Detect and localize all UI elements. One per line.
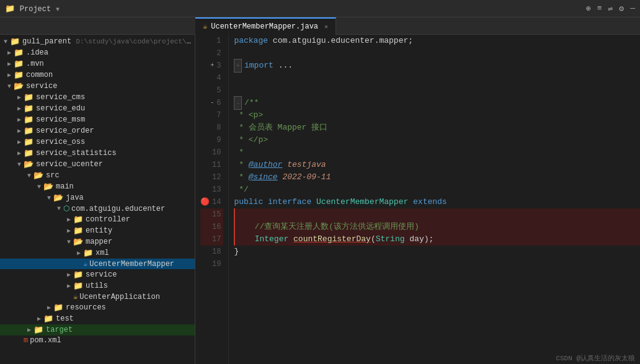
line-num-2: 2 (200, 47, 223, 60)
tree-item-service-edu[interactable]: ▶ 📁 service_edu (0, 103, 195, 114)
arrow-icon: ▶ (15, 94, 24, 101)
tree-item-pom-xml[interactable]: m pom.xml (0, 335, 195, 345)
tree-item-java[interactable]: ▼ 📂 java (0, 192, 195, 203)
token (235, 233, 254, 246)
arrow-icon: ▶ (15, 127, 24, 135)
token: /** (244, 97, 259, 109)
root-folder-icon: 📁 (10, 37, 20, 47)
xml-file-icon: m (24, 336, 28, 345)
tab-close-icon[interactable]: ✕ (324, 23, 328, 30)
arrow-icon: ▶ (5, 71, 14, 79)
minimize-icon[interactable]: — (630, 4, 635, 13)
package-icon: ⬡ (63, 204, 69, 213)
arrow-icon: ▶ (45, 304, 53, 311)
top-bar: 📁 Project ▼ ⊕ ≡ ⇌ ⚙ — (0, 0, 640, 17)
root-label: guli_parent D:\study\java\code\project\g… (22, 37, 195, 46)
token: Integer (255, 233, 293, 246)
tree-item-service-msm[interactable]: ▶ 📁 service_msm (0, 114, 195, 125)
token: package (234, 35, 272, 47)
tree-item-mapper[interactable]: ▼ 📂 mapper (0, 236, 195, 247)
tree-item-ucenter-member-mapper[interactable]: ☕ UcenterMemberMapper (0, 259, 195, 269)
arrow-open-icon: ▼ (15, 161, 24, 168)
item-label: com.atguigu.educenter (71, 205, 165, 213)
token: countRegisterDay (293, 233, 371, 246)
tree-item-entity[interactable]: ▶ 📁 entity (0, 225, 195, 236)
token: ( (371, 233, 376, 246)
tree-item-target[interactable]: ▶ 📁 target (0, 324, 195, 335)
code-editor[interactable]: 1 2 +3 4 5 -6 7 8 9 10 11 12 13 🔴14 15 1… (195, 35, 640, 364)
token: //查询某天注册人数(该方法供远程调用使用) (235, 221, 419, 233)
item-label: service_ucenter (36, 160, 103, 169)
token: com.atguigu.educenter.mapper (273, 35, 408, 47)
item-label: .idea (26, 48, 48, 57)
tree-item-mvn[interactable]: ▶ 📁 .mvn (0, 58, 195, 69)
arrow-icon: ▶ (15, 149, 24, 157)
token: ... (278, 60, 293, 72)
arrow-icon: ▶ (15, 138, 24, 146)
token: day (409, 233, 424, 246)
tree-item-test[interactable]: ▶ 📁 test (0, 313, 195, 324)
line-num-6: -6 (200, 97, 223, 109)
tree-item-ucenter-application[interactable]: ☕ UcenterApplication (0, 291, 195, 302)
token: * 会员表 Mapper 接口 (234, 122, 327, 134)
tree-item-common[interactable]: ▶ 📁 common (0, 69, 195, 81)
token: * (234, 146, 244, 159)
code-content: package com.atguigu.educenter.mapper; +i… (229, 35, 640, 364)
code-line-9: * </p> (234, 134, 640, 146)
item-label: service_order (36, 127, 94, 135)
code-line-19 (234, 258, 640, 270)
tree-item-idea[interactable]: ▶ 📁 .idea (0, 47, 195, 58)
code-line-12: * @since 2022-09-11 (234, 171, 640, 184)
tree-item-service-ucenter[interactable]: ▼ 📂 service_ucenter (0, 159, 195, 170)
folder-icon: 📁 (24, 115, 33, 125)
item-label: java (66, 193, 84, 202)
line-num-10: 10 (200, 146, 223, 159)
line-num-19: 19 (200, 258, 223, 270)
arrow-icon: ▶ (35, 315, 43, 322)
folder-icon: 📁 (33, 325, 43, 335)
tree-item-service-cms[interactable]: ▶ 📁 service_cms (0, 92, 195, 103)
folder-icon: 📁 (73, 270, 83, 280)
tree-item-package[interactable]: ▼ ⬡ com.atguigu.educenter (0, 203, 195, 214)
token: @author (249, 159, 283, 171)
sync-icon[interactable]: ⇌ (608, 4, 613, 14)
line-num-17: 17 (200, 233, 223, 246)
tree-item-service-oss[interactable]: ▶ 📁 service_oss (0, 136, 195, 148)
tree-item-service2[interactable]: ▶ 📁 service (0, 269, 195, 280)
code-line-15 (234, 208, 640, 221)
token: * <p> (234, 109, 263, 122)
tab-bar: ☕ UcenterMemberMapper.java ✕ (0, 17, 640, 35)
line-num-7: 7 (200, 109, 223, 122)
tree-item-xml[interactable]: ▶ 📁 xml (0, 247, 195, 259)
tree-item-src[interactable]: ▼ 📂 src (0, 170, 195, 181)
tree-item-resources[interactable]: ▶ 📁 resources (0, 302, 195, 313)
tree-item-utils[interactable]: ▶ 📁 utils (0, 280, 195, 291)
tab-ucenter-member-mapper[interactable]: ☕ UcenterMemberMapper.java ✕ (195, 17, 336, 35)
watermark: CSDN @认真生活的灰太狼 (551, 352, 640, 364)
add-icon[interactable]: ⊕ (586, 4, 591, 14)
arrow-icon: ▼ (1, 38, 10, 45)
tree-item-service-order[interactable]: ▶ 📁 service_order (0, 125, 195, 136)
list-icon[interactable]: ≡ (597, 4, 602, 13)
tree-item-controller[interactable]: ▶ 📁 controller (0, 214, 195, 225)
settings-icon[interactable]: ⚙ (619, 4, 624, 14)
tree-item-main[interactable]: ▼ 📂 main (0, 181, 195, 192)
folder-open-icon: 📂 (24, 159, 33, 169)
fold-button[interactable]: - (234, 96, 242, 110)
token: } (234, 246, 239, 258)
item-label: service_msm (36, 115, 85, 124)
fold-button[interactable]: + (234, 59, 242, 73)
folder-open-icon: 📂 (14, 81, 24, 91)
tree-item-service-statistics[interactable]: ▶ 📁 service_statistics (0, 148, 195, 159)
java-file-icon: ☕ (203, 22, 207, 31)
item-label: controller (86, 215, 130, 224)
code-line-3: +import ... (234, 60, 640, 72)
arrow-open-icon: ▼ (5, 83, 14, 90)
tree-item-service[interactable]: ▼ 📂 service (0, 81, 195, 92)
token: 2022-09-11 (278, 171, 331, 184)
tree-root[interactable]: ▼ 📁 guli_parent D:\study\java\code\proje… (0, 36, 195, 47)
code-line-16: //查询某天注册人数(该方法供远程调用使用) (234, 221, 640, 233)
line-num-1: 1 (200, 35, 223, 47)
token: String (376, 233, 410, 246)
token: import (244, 60, 278, 72)
